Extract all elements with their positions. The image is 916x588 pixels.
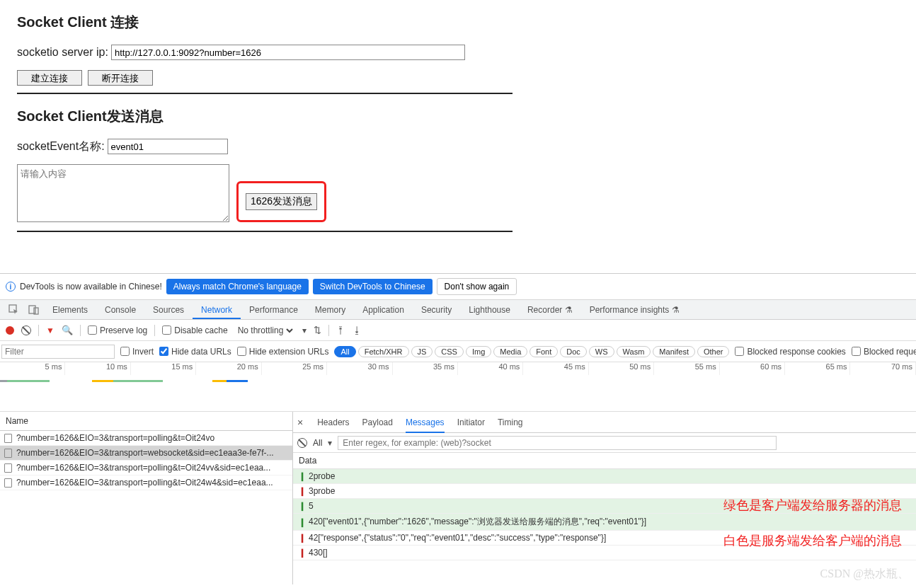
type-pill-wasm[interactable]: Wasm <box>617 346 651 357</box>
filter-icon[interactable]: ▼ <box>46 325 55 335</box>
clear-button[interactable] <box>21 325 31 335</box>
request-list-panel: Name ?number=1626&EIO=3&transport=pollin… <box>0 412 293 584</box>
devtools-tab-application[interactable]: Application <box>354 301 413 319</box>
request-row[interactable]: ?number=1626&EIO=3&transport=polling&t=O… <box>0 475 292 490</box>
type-pill-fetchxhr[interactable]: Fetch/XHR <box>358 346 409 357</box>
toolbar-divider <box>154 325 155 336</box>
request-row[interactable]: ?number=1626&EIO=3&transport=polling&t=O… <box>0 461 292 475</box>
disable-cache-checkbox[interactable]: Disable cache <box>162 325 227 335</box>
timeline-tick: 30 ms <box>327 362 392 375</box>
request-row[interactable]: ?number=1626&EIO=3&transport=polling&t=O… <box>0 431 292 446</box>
dropdown-caret-icon[interactable]: ▾ <box>302 325 307 335</box>
type-pill-media[interactable]: Media <box>493 346 527 357</box>
ws-message-text: 42["response",{"status":"0","req":"event… <box>309 533 606 543</box>
devtools-tab-recorder-[interactable]: Recorder ⚗ <box>519 301 581 319</box>
type-pill-font[interactable]: Font <box>529 346 558 357</box>
blocked-cookies-checkbox[interactable]: Blocked response cookies <box>735 347 845 357</box>
device-toggle-icon[interactable] <box>28 304 40 316</box>
devtools-tab-sources[interactable]: Sources <box>144 301 193 319</box>
ws-message-row[interactable]: ❙420["event01",{"number":"1626","message… <box>293 514 916 531</box>
type-pill-ws[interactable]: WS <box>589 346 614 357</box>
devtools-tab-memory[interactable]: Memory <box>307 301 354 319</box>
devtools-tab-performance-insights-[interactable]: Performance insights ⚗ <box>581 301 688 319</box>
detail-tab-messages[interactable]: Messages <box>406 413 445 433</box>
timeline-tick: 20 ms <box>196 362 261 375</box>
event-label: socketEvent名称: <box>17 139 105 154</box>
timeline-tick: 10 ms <box>65 362 130 375</box>
type-pill-css[interactable]: CSS <box>435 346 464 357</box>
filter-input[interactable] <box>1 345 115 359</box>
toolbar-divider <box>328 325 329 336</box>
send-button[interactable]: 1626发送消息 <box>246 193 317 210</box>
timeline-tick: 5 ms <box>0 362 65 375</box>
disconnect-button[interactable]: 断开连接 <box>88 70 153 86</box>
request-row[interactable]: ?number=1626&EIO=3&transport=websocket&s… <box>0 446 292 461</box>
close-detail-icon[interactable]: × <box>297 417 303 428</box>
type-pill-img[interactable]: Img <box>466 346 491 357</box>
ws-message-text: 5 <box>309 501 314 511</box>
event-name-input[interactable] <box>108 139 228 154</box>
ws-message-text: 2probe <box>309 471 335 481</box>
document-icon <box>4 434 12 443</box>
network-conditions-icon[interactable]: ⇅ <box>314 325 321 335</box>
hide-extension-urls-checkbox[interactable]: Hide extension URLs <box>237 347 329 357</box>
devtools-tab-console[interactable]: Console <box>96 301 144 319</box>
throttling-select[interactable]: No throttling <box>235 325 295 336</box>
devtools-tab-elements[interactable]: Elements <box>44 301 96 319</box>
timeline-tick: 55 ms <box>654 362 719 375</box>
type-pill-all[interactable]: All <box>334 346 355 357</box>
data-column-header[interactable]: Data <box>293 453 916 469</box>
arrow-up-icon: ❙ <box>299 517 304 527</box>
document-icon <box>4 449 12 458</box>
timeline-tick: 35 ms <box>393 362 458 375</box>
detail-tab-timing[interactable]: Timing <box>498 413 523 432</box>
detail-tab-initiator[interactable]: Initiator <box>457 413 485 432</box>
document-icon <box>4 463 12 473</box>
server-ip-input[interactable] <box>111 45 465 60</box>
invert-checkbox[interactable]: Invert <box>120 347 154 357</box>
detail-tab-payload[interactable]: Payload <box>362 413 393 432</box>
record-button[interactable] <box>6 326 14 335</box>
name-column-header[interactable]: Name <box>0 412 292 431</box>
network-timeline[interactable]: 5 ms10 ms15 ms20 ms25 ms30 ms35 ms40 ms4… <box>0 362 916 412</box>
type-pill-manifest[interactable]: Manifest <box>653 346 695 357</box>
detail-tab-headers[interactable]: Headers <box>317 413 349 432</box>
ws-message-row[interactable]: ❙2probe <box>293 469 916 484</box>
download-har-icon[interactable]: ⭳ <box>353 325 362 335</box>
language-text: DevTools is now available in Chinese! <box>20 282 162 292</box>
devtools-tab-network[interactable]: Network <box>193 301 241 319</box>
devtools-tab-lighthouse[interactable]: Lighthouse <box>460 301 519 319</box>
always-match-language-button[interactable]: Always match Chrome's language <box>166 279 309 294</box>
network-filter-row: Invert Hide data URLs Hide extension URL… <box>0 341 916 362</box>
devtools-tab-performance[interactable]: Performance <box>241 301 307 319</box>
messages-toolbar: All ▾ <box>293 433 916 453</box>
request-detail-panel: × HeadersPayloadMessagesInitiatorTiming … <box>293 412 916 584</box>
all-filter-label[interactable]: All <box>313 438 322 448</box>
hide-data-urls-checkbox[interactable]: Hide data URLs <box>159 347 231 357</box>
connect-button[interactable]: 建立连接 <box>17 70 82 86</box>
arrow-down-icon: ❙ <box>299 548 304 558</box>
arrow-up-icon: ❙ <box>299 501 304 511</box>
message-textarea[interactable] <box>17 164 229 222</box>
search-icon[interactable]: 🔍 <box>62 325 73 335</box>
inspect-icon[interactable] <box>8 304 20 316</box>
switch-language-button[interactable]: Switch DevTools to Chinese <box>313 279 433 294</box>
message-regex-input[interactable] <box>338 436 777 450</box>
type-pill-doc[interactable]: Doc <box>560 346 587 357</box>
dont-show-again-button[interactable]: Don't show again <box>437 278 517 295</box>
toolbar-divider <box>80 325 81 336</box>
arrow-up-icon: ❙ <box>299 471 304 481</box>
toolbar-divider <box>38 325 39 336</box>
request-name: ?number=1626&EIO=3&transport=polling&t=O… <box>16 463 270 473</box>
preserve-log-checkbox[interactable]: Preserve log <box>88 325 147 335</box>
network-toolbar: ▼ 🔍 Preserve log Disable cache No thrott… <box>0 320 916 341</box>
upload-har-icon[interactable]: ⭱ <box>336 325 345 335</box>
arrow-down-icon: ❙ <box>299 486 304 496</box>
clear-messages-button[interactable] <box>297 438 307 448</box>
blocked-requests-checkbox[interactable]: Blocked requests <box>852 347 916 357</box>
devtools-tab-security[interactable]: Security <box>413 301 460 319</box>
separator <box>17 93 513 94</box>
dropdown-caret-icon[interactable]: ▾ <box>328 438 332 448</box>
type-pill-js[interactable]: JS <box>411 346 433 357</box>
type-pill-other[interactable]: Other <box>697 346 730 357</box>
